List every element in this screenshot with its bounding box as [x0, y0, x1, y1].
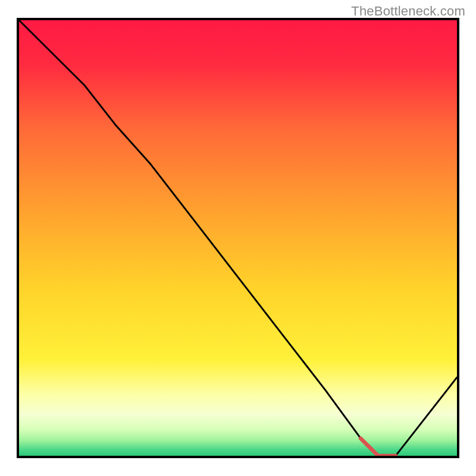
chart-plot-area — [19, 20, 457, 456]
attribution-label: TheBottleneck.com — [351, 4, 465, 19]
chart-curve — [19, 20, 457, 456]
chart-frame — [17, 18, 459, 458]
chart-highlight-segment — [361, 439, 396, 456]
chart-line-layer — [19, 20, 457, 456]
